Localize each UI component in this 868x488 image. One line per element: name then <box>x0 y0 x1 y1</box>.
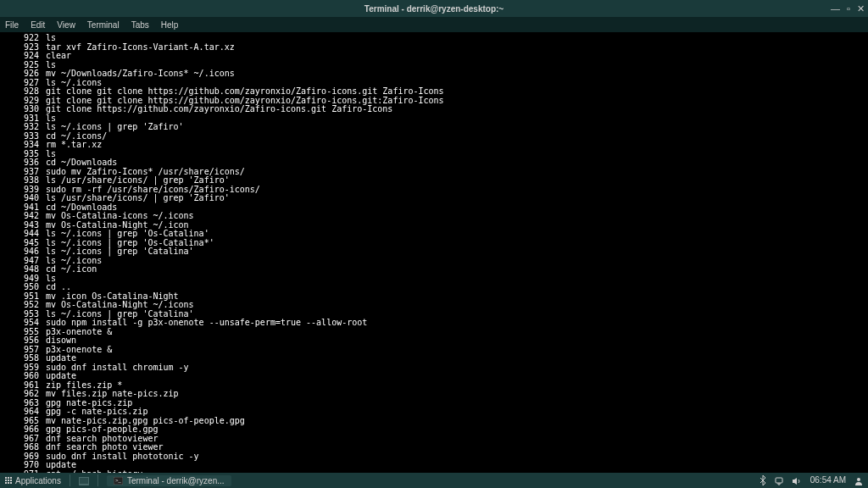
history-number: 964 <box>5 408 39 417</box>
history-line: 970update <box>5 461 863 470</box>
history-command: update <box>46 461 76 470</box>
history-command: update <box>46 372 76 381</box>
notification-icon[interactable] <box>775 475 783 485</box>
taskbar-divider <box>70 474 70 486</box>
clock[interactable]: 06:54 AM <box>810 475 846 485</box>
history-command: cd ~/.icon <box>46 265 97 274</box>
history-command: ls ~/.icons | grep 'Catalina' <box>46 247 194 257</box>
history-number: 932 <box>5 123 39 132</box>
history-number: 928 <box>5 87 39 97</box>
history-number: 940 <box>5 194 39 203</box>
history-number: 922 <box>5 34 39 43</box>
history-number: 926 <box>5 69 39 79</box>
history-command: update <box>46 354 76 363</box>
history-line: 926mv ~/Downloads/Zafiro-Icons* ~/.icons <box>5 69 863 79</box>
menubar: File Edit View Terminal Tabs Help <box>0 17 868 32</box>
menu-edit[interactable]: Edit <box>31 20 45 30</box>
history-number: 954 <box>5 319 39 328</box>
history-number: 942 <box>5 212 39 221</box>
history-line: 942mv Os-Catalina-icons ~/.icons <box>5 212 863 221</box>
taskbar: Applications >_ Terminal - derrik@ryzen.… <box>0 473 868 488</box>
history-number: 952 <box>5 301 39 310</box>
history-command: cd ~/Downloads <box>46 158 117 168</box>
history-line: 949ls <box>5 274 863 284</box>
history-number: 962 <box>5 390 39 399</box>
history-line: 964gpg -c nate-pics.zip <box>5 408 863 417</box>
history-line: 934rm *.tar.xz <box>5 141 863 150</box>
history-number: 944 <box>5 230 39 239</box>
history-command: mv files.zip nate-pics.zip <box>46 390 179 399</box>
history-number: 948 <box>5 265 39 274</box>
history-line: 958update <box>5 354 863 363</box>
user-icon[interactable] <box>854 475 863 485</box>
history-number: 950 <box>5 283 39 292</box>
history-line: 922ls <box>5 34 863 43</box>
history-line: 952mv Os-Catalina-Night ~/.icons <box>5 301 863 310</box>
history-command: ls ~/.icons | grep 'Zafiro' <box>46 123 184 132</box>
close-icon[interactable]: ✕ <box>857 3 865 14</box>
history-line: 968dnf search photo viewer <box>5 443 863 452</box>
history-number: 938 <box>5 176 39 186</box>
history-number: 936 <box>5 158 39 168</box>
history-line: 933cd ~/.icons/ <box>5 132 863 141</box>
history-number: 958 <box>5 354 39 363</box>
history-number: 966 <box>5 425 39 435</box>
history-line: 928git clone git clone https://github.co… <box>5 87 863 97</box>
history-line: 944ls ~/.icons | grep 'Os-Catalina' <box>5 230 863 239</box>
history-number: 956 <box>5 336 39 346</box>
history-line: 959sudo dnf install chromium -y <box>5 363 863 373</box>
history-command: ls /usr/share/icons/ | grep 'Zafiro' <box>46 194 230 203</box>
menu-help[interactable]: Help <box>161 20 179 30</box>
history-line: 966gpg pics-of-people.gpg <box>5 425 863 435</box>
history-command: mv ~/Downloads/Zafiro-Icons* ~/.icons <box>46 69 235 79</box>
menu-terminal[interactable]: Terminal <box>87 20 120 30</box>
history-number: 968 <box>5 443 39 452</box>
terminal-output[interactable]: 922ls923tar xvf Zafiro-Icons-Variant-A.t… <box>0 32 868 473</box>
history-line: 956disown <box>5 336 863 346</box>
bluetooth-icon[interactable] <box>760 475 766 485</box>
history-line: 936cd ~/Downloads <box>5 158 863 168</box>
history-line: 954sudo npm install -g p3x-onenote --uns… <box>5 319 863 328</box>
history-command: gpg pics-of-people.gpg <box>46 425 158 435</box>
svg-text:>_: >_ <box>115 478 122 483</box>
svg-rect-1 <box>80 478 88 484</box>
history-command: ls ~/.icons | grep 'Os-Catalina' <box>46 230 209 239</box>
menu-view[interactable]: View <box>57 20 75 30</box>
history-line: 935ls <box>5 150 863 159</box>
taskbar-right: 06:54 AM <box>760 475 863 485</box>
history-line: 955p3x-onenote & <box>5 328 863 337</box>
menu-file[interactable]: File <box>5 20 19 30</box>
history-command: tar xvf Zafiro-Icons-Variant-A.tar.xz <box>46 43 235 53</box>
taskbar-item-terminal[interactable]: >_ Terminal - derrik@ryzen... <box>107 475 231 486</box>
history-line: 962mv files.zip nate-pics.zip <box>5 390 863 399</box>
titlebar: Terminal - derrik@ryzen-desktop:~ — ▫ ✕ <box>0 0 868 17</box>
history-command: rm *.tar.xz <box>46 141 102 150</box>
history-number: 960 <box>5 372 39 381</box>
show-desktop-icon[interactable] <box>79 475 89 485</box>
minimize-icon[interactable]: — <box>831 3 840 14</box>
history-command: cd .. <box>46 283 71 292</box>
history-command: ls <box>46 34 56 43</box>
history-command: git clone https://github.com/zayronxio/Z… <box>46 105 392 114</box>
history-number: 930 <box>5 105 39 114</box>
window-title: Terminal - derrik@ryzen-desktop:~ <box>364 4 504 14</box>
history-line: 940ls /usr/share/icons/ | grep 'Zafiro' <box>5 194 863 203</box>
history-command: dnf search photo viewer <box>46 443 163 452</box>
apps-grid-icon <box>5 477 12 484</box>
applications-button[interactable]: Applications <box>5 476 61 485</box>
taskbar-left: Applications >_ Terminal - derrik@ryzen.… <box>5 474 231 486</box>
history-command: gpg -c nate-pics.zip <box>46 408 147 417</box>
history-line: 948cd ~/.icon <box>5 265 863 274</box>
maximize-icon[interactable]: ▫ <box>847 3 850 14</box>
history-line: 969sudo dnf install phototonic -y <box>5 452 863 462</box>
svg-point-5 <box>857 478 860 481</box>
menu-tabs[interactable]: Tabs <box>131 20 149 30</box>
history-line: 923tar xvf Zafiro-Icons-Variant-A.tar.xz <box>5 43 863 53</box>
history-number: 934 <box>5 141 39 150</box>
history-line: 924clear <box>5 52 863 61</box>
history-command: disown <box>46 336 76 346</box>
volume-icon[interactable] <box>792 475 802 485</box>
history-line: 957p3x-onenote & <box>5 346 863 355</box>
window-controls: — ▫ ✕ <box>831 3 865 14</box>
taskbar-divider <box>97 474 98 486</box>
